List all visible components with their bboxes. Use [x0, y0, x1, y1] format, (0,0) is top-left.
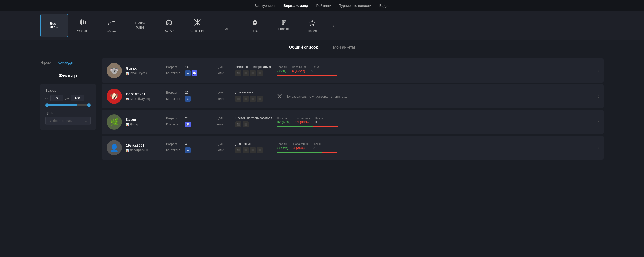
- stats-icon: 📊: [126, 72, 129, 75]
- csgo-label: CS:GO: [107, 29, 116, 33]
- range-thumb-left[interactable]: [45, 103, 49, 107]
- age-to-input[interactable]: [71, 95, 84, 101]
- main-content: Общий список Мои анкеты Игроки Команды Ф…: [0, 40, 644, 161]
- age-inputs: от до: [45, 95, 91, 101]
- wins-value: 0 (0%): [277, 69, 286, 73]
- sidebar-tabs: Игроки Команды: [40, 58, 96, 67]
- player-goal: Цель: Умеренно тренироваться Роли: ⬛ ⬛ ⬛…: [216, 65, 272, 76]
- roles-key: Роли:: [216, 71, 234, 75]
- from-label: от: [45, 97, 48, 100]
- tab-my-profiles[interactable]: Мои анкеты: [333, 45, 355, 53]
- sidebar-tab-players[interactable]: Игроки: [40, 58, 52, 67]
- vk-icon[interactable]: vk: [185, 96, 191, 102]
- age-key: Возраст:: [166, 91, 184, 94]
- expand-button[interactable]: ›: [598, 119, 600, 125]
- age-range-slider[interactable]: [45, 104, 91, 106]
- role-icon-1: ⬛: [235, 147, 242, 153]
- vk-icon[interactable]: vk: [185, 70, 191, 76]
- draws-value: 0: [311, 69, 313, 73]
- svg-rect-0: [80, 20, 81, 24]
- game-tab-dota2[interactable]: D DOTA 2: [155, 14, 183, 37]
- nav-ratings[interactable]: Рейтинги: [316, 4, 331, 8]
- draws-label: Ничья: [315, 117, 323, 120]
- goal-placeholder: Выберите цель: [49, 119, 72, 123]
- goal-key: Цель:: [216, 116, 234, 120]
- lostark-icon: [308, 18, 316, 28]
- age-from-input[interactable]: [50, 95, 63, 101]
- losses-label: Поражения: [293, 142, 308, 145]
- nav-video[interactable]: Видео: [379, 4, 390, 8]
- discord-icon[interactable]: 💬: [192, 70, 197, 76]
- pubg-icon: PUBG: [135, 21, 145, 24]
- stats-bar: [277, 152, 337, 153]
- lostark-label: Lost Ark: [307, 29, 317, 33]
- player-goal: Цель: Постоянно тренироваться Роли: ⬛ ⬛: [216, 116, 272, 127]
- player-info: Gusak 📊 Гусак_Русак: [126, 66, 161, 75]
- more-games-button[interactable]: ›: [329, 21, 338, 30]
- game-tab-fortnite[interactable]: 𝔽 Fortnite: [270, 14, 297, 37]
- game-tab-crossfire[interactable]: Cross Fire: [184, 14, 211, 37]
- age-key: Возраст:: [166, 65, 184, 69]
- discord-icon[interactable]: 💬: [185, 122, 191, 127]
- age-filter-label: Возраст: [45, 89, 91, 92]
- sidebar-tab-teams[interactable]: Команды: [58, 58, 74, 67]
- goal-value: Умеренно тренироваться: [235, 65, 271, 69]
- age-value: 25: [185, 91, 188, 94]
- game-tab-hots[interactable]: HotS: [241, 14, 269, 37]
- contacts-key: Контакты:: [166, 97, 184, 101]
- expand-button[interactable]: ›: [598, 68, 600, 73]
- game-tab-csgo[interactable]: CS:GO: [98, 14, 125, 37]
- role-icons: ⬛ ⬛: [235, 121, 249, 127]
- contacts-value: 💬: [185, 122, 191, 127]
- pubg-label: PUBG: [136, 26, 144, 29]
- expand-button[interactable]: ›: [598, 94, 600, 99]
- chevron-down-icon: ⌄: [85, 119, 87, 123]
- player-nick: 📊 Лоботрясище: [126, 148, 161, 152]
- losses-label: Поражения: [295, 117, 310, 120]
- game-tabs-bar: Всеигры Warface CS:GO PUBG PUBG D DOTA 2…: [0, 11, 644, 40]
- role-icon-4: ⬛: [257, 147, 263, 153]
- to-label: до: [65, 97, 69, 100]
- player-details: Возраст: 40 Контакты: vk: [166, 142, 211, 153]
- draws-label: Ничья: [313, 142, 321, 145]
- warface-label: Warface: [77, 29, 88, 33]
- goal-select[interactable]: Выберите цель ⌄: [45, 117, 91, 125]
- role-icon-2: ⬛: [243, 70, 249, 76]
- age-key: Возраст:: [166, 117, 184, 120]
- contacts-value: vk: [185, 96, 191, 102]
- contacts-value: vk: [185, 147, 191, 153]
- tab-general-list[interactable]: Общий список: [289, 45, 318, 53]
- csgo-icon: [107, 18, 115, 28]
- roles-key: Роли:: [216, 123, 234, 126]
- game-tab-pubg[interactable]: PUBG PUBG: [126, 14, 154, 37]
- game-tab-lostark[interactable]: Lost Ark: [298, 14, 326, 37]
- table-row: 🌿 Kaizer 📊 Диггер Возраст: 23 Контакты:: [102, 110, 604, 134]
- contacts-value: vk 💬: [185, 70, 197, 76]
- loss-bar: [313, 126, 338, 127]
- role-icons: ⬛ ⬛ ⬛ ⬛: [235, 96, 263, 102]
- svg-rect-3: [85, 21, 86, 24]
- player-stats: Победы0 (0%) Поражения6 (100%) Ничья0: [277, 65, 342, 76]
- game-tab-all[interactable]: Всеигры: [40, 14, 68, 37]
- fortnite-icon: 𝔽: [281, 20, 286, 26]
- filter-box: Возраст от до Цель Выберите цель ⌄: [40, 84, 96, 130]
- win-bar: [277, 152, 322, 153]
- expand-button[interactable]: ›: [598, 145, 600, 150]
- nav-team-exchange[interactable]: Биржа команд: [283, 4, 308, 8]
- vk-icon[interactable]: vk: [185, 147, 191, 153]
- player-name: BorzBravo1: [126, 92, 161, 96]
- goal-key: Цель:: [216, 91, 234, 94]
- game-tab-lol[interactable]: ⌐ LoL: [212, 14, 240, 37]
- table-row: 👤 19vika2001 📊 Лоботрясище Возраст: 40 К…: [102, 136, 604, 160]
- range-thumb-right[interactable]: [87, 103, 91, 107]
- nav-all-tournaments[interactable]: Все турниры: [254, 4, 275, 8]
- body-layout: Игроки Команды Фильтр Возраст от до Цель: [40, 58, 604, 161]
- filter-title: Фильтр: [40, 73, 96, 79]
- game-tab-warface[interactable]: Warface: [69, 14, 97, 37]
- stats-bar: [277, 75, 337, 76]
- player-goal: Цель: Для веселья Роли: ⬛ ⬛ ⬛ ⬛: [216, 91, 272, 102]
- draws-value: 0: [313, 146, 314, 150]
- loss-bar: [277, 75, 337, 76]
- no-participate-notice: ✕ Пользователь не участвовал в турнирах: [277, 92, 347, 101]
- nav-tournament-news[interactable]: Турнирные новости: [339, 4, 371, 8]
